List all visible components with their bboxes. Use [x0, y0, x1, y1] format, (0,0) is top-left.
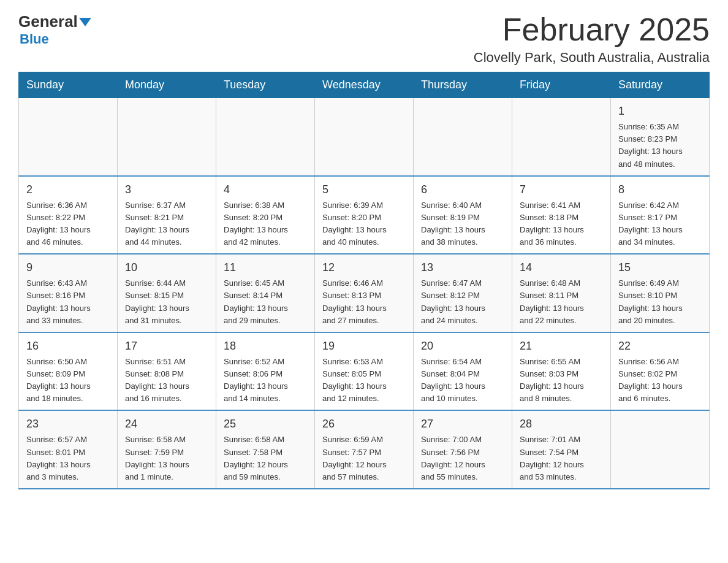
calendar-table: SundayMondayTuesdayWednesdayThursdayFrid… [18, 72, 710, 489]
day-number: 4 [224, 182, 307, 198]
calendar-cell: 8Sunrise: 6:42 AMSunset: 8:17 PMDaylight… [611, 176, 710, 255]
day-info: Sunrise: 6:43 AMSunset: 8:16 PMDaylight:… [26, 277, 110, 327]
day-number: 19 [322, 338, 406, 354]
calendar-cell: 28Sunrise: 7:01 AMSunset: 7:54 PMDayligh… [512, 410, 611, 489]
calendar-cell: 6Sunrise: 6:40 AMSunset: 8:19 PMDaylight… [414, 176, 512, 255]
week-row-5: 23Sunrise: 6:57 AMSunset: 8:01 PMDayligh… [19, 410, 710, 489]
calendar-cell: 1Sunrise: 6:35 AMSunset: 8:23 PMDaylight… [611, 98, 710, 176]
day-number: 12 [322, 259, 406, 276]
calendar-cell: 12Sunrise: 6:46 AMSunset: 8:13 PMDayligh… [315, 254, 414, 332]
day-info: Sunrise: 6:59 AMSunset: 7:57 PMDaylight:… [322, 434, 406, 483]
week-row-4: 16Sunrise: 6:50 AMSunset: 8:09 PMDayligh… [19, 332, 710, 411]
weekday-header-friday: Friday [512, 72, 611, 98]
day-number: 23 [26, 416, 110, 432]
day-info: Sunrise: 6:51 AMSunset: 8:08 PMDaylight:… [125, 356, 208, 405]
day-info: Sunrise: 6:37 AMSunset: 8:21 PMDaylight:… [125, 199, 208, 249]
calendar-cell: 17Sunrise: 6:51 AMSunset: 8:08 PMDayligh… [118, 332, 216, 411]
day-number: 27 [421, 416, 504, 432]
day-number: 18 [224, 338, 307, 354]
day-number: 3 [125, 182, 208, 198]
calendar-cell: 5Sunrise: 6:39 AMSunset: 8:20 PMDaylight… [315, 176, 414, 255]
day-info: Sunrise: 6:36 AMSunset: 8:22 PMDaylight:… [26, 199, 110, 249]
day-info: Sunrise: 6:57 AMSunset: 8:01 PMDaylight:… [26, 434, 110, 483]
calendar-cell: 15Sunrise: 6:49 AMSunset: 8:10 PMDayligh… [611, 254, 710, 332]
day-number: 9 [26, 259, 110, 276]
day-number: 13 [421, 259, 504, 276]
weekday-header-thursday: Thursday [414, 72, 512, 98]
day-info: Sunrise: 6:46 AMSunset: 8:13 PMDaylight:… [322, 277, 406, 327]
calendar-cell [315, 98, 414, 176]
day-number: 5 [322, 182, 406, 198]
day-info: Sunrise: 6:56 AMSunset: 8:02 PMDaylight:… [618, 356, 702, 405]
day-number: 21 [520, 338, 603, 354]
week-row-1: 1Sunrise: 6:35 AMSunset: 8:23 PMDaylight… [19, 98, 710, 176]
calendar-cell: 9Sunrise: 6:43 AMSunset: 8:16 PMDaylight… [19, 254, 118, 332]
day-info: Sunrise: 6:54 AMSunset: 8:04 PMDaylight:… [421, 356, 504, 405]
calendar-cell: 21Sunrise: 6:55 AMSunset: 8:03 PMDayligh… [512, 332, 611, 411]
day-info: Sunrise: 6:58 AMSunset: 7:59 PMDaylight:… [125, 434, 208, 483]
month-title: February 2025 [474, 12, 710, 47]
calendar-cell: 11Sunrise: 6:45 AMSunset: 8:14 PMDayligh… [216, 254, 315, 332]
day-number: 16 [26, 338, 110, 354]
logo-blue-text: Blue [20, 31, 49, 47]
day-info: Sunrise: 6:47 AMSunset: 8:12 PMDaylight:… [421, 277, 504, 327]
calendar-cell: 25Sunrise: 6:58 AMSunset: 7:58 PMDayligh… [216, 410, 315, 489]
day-number: 8 [618, 182, 702, 198]
day-number: 25 [224, 416, 307, 432]
day-info: Sunrise: 6:50 AMSunset: 8:09 PMDaylight:… [26, 356, 110, 405]
day-number: 2 [26, 182, 110, 198]
calendar-cell [216, 98, 315, 176]
day-info: Sunrise: 6:42 AMSunset: 8:17 PMDaylight:… [618, 199, 702, 249]
day-info: Sunrise: 7:01 AMSunset: 7:54 PMDaylight:… [520, 434, 603, 483]
day-info: Sunrise: 6:41 AMSunset: 8:18 PMDaylight:… [520, 199, 603, 249]
day-info: Sunrise: 6:58 AMSunset: 7:58 PMDaylight:… [224, 434, 307, 483]
day-number: 20 [421, 338, 504, 354]
day-info: Sunrise: 6:52 AMSunset: 8:06 PMDaylight:… [224, 356, 307, 405]
day-number: 14 [520, 259, 603, 276]
weekday-header-sunday: Sunday [19, 72, 118, 98]
calendar-cell: 10Sunrise: 6:44 AMSunset: 8:15 PMDayligh… [118, 254, 216, 332]
week-row-3: 9Sunrise: 6:43 AMSunset: 8:16 PMDaylight… [19, 254, 710, 332]
day-info: Sunrise: 6:39 AMSunset: 8:20 PMDaylight:… [322, 199, 406, 249]
calendar-cell [414, 98, 512, 176]
location-subtitle: Clovelly Park, South Australia, Australi… [474, 50, 710, 66]
day-number: 24 [125, 416, 208, 432]
weekday-header-wednesday: Wednesday [315, 72, 414, 98]
day-number: 10 [125, 259, 208, 276]
page-header: General Blue February 2025 Clovelly Park… [18, 12, 710, 66]
day-info: Sunrise: 7:00 AMSunset: 7:56 PMDaylight:… [421, 434, 504, 483]
calendar-cell: 24Sunrise: 6:58 AMSunset: 7:59 PMDayligh… [118, 410, 216, 489]
day-number: 28 [520, 416, 603, 432]
calendar-cell: 2Sunrise: 6:36 AMSunset: 8:22 PMDaylight… [19, 176, 118, 255]
calendar-cell: 26Sunrise: 6:59 AMSunset: 7:57 PMDayligh… [315, 410, 414, 489]
day-number: 1 [618, 103, 702, 120]
calendar-cell [611, 410, 710, 489]
day-info: Sunrise: 6:35 AMSunset: 8:23 PMDaylight:… [618, 121, 702, 170]
calendar-cell [19, 98, 118, 176]
day-info: Sunrise: 6:40 AMSunset: 8:19 PMDaylight:… [421, 199, 504, 249]
weekday-header-saturday: Saturday [611, 72, 710, 98]
calendar-cell [512, 98, 611, 176]
weekday-header-tuesday: Tuesday [216, 72, 315, 98]
calendar-cell: 4Sunrise: 6:38 AMSunset: 8:20 PMDaylight… [216, 176, 315, 255]
day-info: Sunrise: 6:48 AMSunset: 8:11 PMDaylight:… [520, 277, 603, 327]
day-info: Sunrise: 6:45 AMSunset: 8:14 PMDaylight:… [224, 277, 307, 327]
day-info: Sunrise: 6:49 AMSunset: 8:10 PMDaylight:… [618, 277, 702, 327]
calendar-cell: 19Sunrise: 6:53 AMSunset: 8:05 PMDayligh… [315, 332, 414, 411]
calendar-cell [118, 98, 216, 176]
day-number: 15 [618, 259, 702, 276]
logo-arrow-icon [79, 18, 91, 26]
day-number: 22 [618, 338, 702, 354]
calendar-cell: 20Sunrise: 6:54 AMSunset: 8:04 PMDayligh… [414, 332, 512, 411]
calendar-cell: 27Sunrise: 7:00 AMSunset: 7:56 PMDayligh… [414, 410, 512, 489]
calendar-cell: 7Sunrise: 6:41 AMSunset: 8:18 PMDaylight… [512, 176, 611, 255]
weekday-header-monday: Monday [118, 72, 216, 98]
day-info: Sunrise: 6:44 AMSunset: 8:15 PMDaylight:… [125, 277, 208, 327]
weekday-header-row: SundayMondayTuesdayWednesdayThursdayFrid… [19, 72, 710, 98]
day-info: Sunrise: 6:38 AMSunset: 8:20 PMDaylight:… [224, 199, 307, 249]
day-info: Sunrise: 6:55 AMSunset: 8:03 PMDaylight:… [520, 356, 603, 405]
week-row-2: 2Sunrise: 6:36 AMSunset: 8:22 PMDaylight… [19, 176, 710, 255]
title-area: February 2025 Clovelly Park, South Austr… [474, 12, 710, 66]
day-number: 11 [224, 259, 307, 276]
logo: General Blue [18, 12, 91, 47]
